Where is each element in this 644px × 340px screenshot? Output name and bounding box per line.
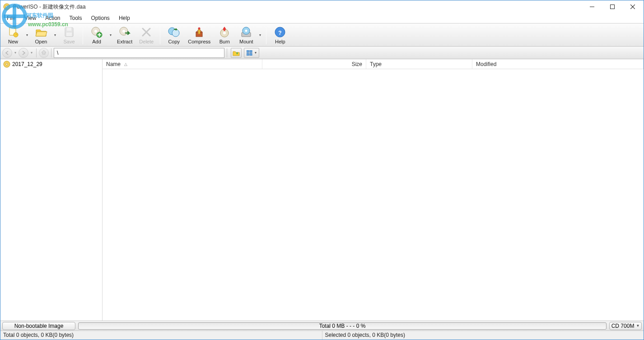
svg-point-1 bbox=[6, 6, 8, 8]
window-title: PowerISO - 新建映像文件.daa bbox=[13, 3, 582, 11]
nav-back-dropdown[interactable]: ▾ bbox=[13, 51, 18, 55]
new-icon bbox=[7, 26, 19, 38]
menu-file[interactable]: File bbox=[2, 14, 20, 22]
menu-view[interactable]: View bbox=[20, 14, 41, 22]
svg-rect-14 bbox=[66, 33, 72, 36]
minimize-button[interactable] bbox=[582, 0, 602, 13]
menu-action[interactable]: Action bbox=[41, 14, 65, 22]
disc-icon bbox=[3, 61, 10, 68]
list-body[interactable] bbox=[103, 69, 644, 321]
nav-separator bbox=[51, 48, 51, 57]
list-header: Name△ Size Type Modified bbox=[103, 59, 644, 69]
svg-rect-36 bbox=[247, 50, 249, 52]
menu-help[interactable]: Help bbox=[114, 14, 135, 22]
svg-point-25 bbox=[172, 29, 179, 37]
delete-button[interactable]: Delete bbox=[135, 24, 157, 46]
help-label: Help bbox=[275, 39, 285, 44]
burn-label: Burn bbox=[219, 39, 230, 44]
disc-size-label: CD 700M bbox=[611, 323, 635, 329]
compress-label: Compress bbox=[188, 39, 210, 44]
new-label: New bbox=[8, 39, 18, 44]
svg-rect-3 bbox=[610, 5, 614, 9]
copy-button[interactable]: Copy bbox=[163, 24, 185, 46]
save-button[interactable]: Save bbox=[58, 24, 80, 46]
svg-rect-38 bbox=[247, 53, 249, 56]
mount-icon bbox=[240, 26, 252, 38]
svg-point-21 bbox=[122, 30, 125, 33]
nav-forward-button[interactable] bbox=[19, 48, 28, 58]
mount-button[interactable]: Mount bbox=[235, 24, 257, 46]
add-dropdown[interactable]: ▾ bbox=[107, 24, 114, 46]
progress-text: Total 0 MB - - - 0 % bbox=[319, 323, 366, 329]
column-type-label: Type bbox=[370, 61, 382, 67]
toolbar-separator bbox=[266, 25, 266, 44]
boot-status-label: Non-bootable Image bbox=[14, 323, 64, 329]
add-button[interactable]: Add bbox=[86, 24, 107, 46]
burn-button[interactable]: Burn bbox=[214, 24, 235, 46]
menu-options[interactable]: Options bbox=[87, 14, 114, 22]
open-button[interactable]: Open bbox=[30, 24, 52, 46]
tree-panel[interactable]: 2017_12_29 bbox=[0, 59, 103, 321]
mount-label: Mount bbox=[239, 39, 253, 44]
column-modified[interactable]: Modified bbox=[472, 59, 644, 69]
help-button[interactable]: ? Help bbox=[269, 24, 291, 46]
svg-point-30 bbox=[223, 32, 226, 34]
nav-forward-dropdown[interactable]: ▾ bbox=[29, 51, 34, 55]
nav-separator bbox=[36, 48, 37, 57]
open-label: Open bbox=[35, 39, 47, 44]
svg-text:?: ? bbox=[279, 30, 282, 36]
chevron-down-icon: ▼ bbox=[636, 324, 639, 328]
new-button[interactable]: New bbox=[2, 24, 24, 46]
svg-point-41 bbox=[6, 63, 8, 65]
nav-separator bbox=[227, 48, 227, 57]
add-icon bbox=[90, 26, 103, 38]
column-name[interactable]: Name△ bbox=[103, 59, 262, 69]
titlebar: PowerISO - 新建映像文件.daa bbox=[0, 0, 644, 13]
path-input[interactable] bbox=[54, 48, 224, 58]
app-icon bbox=[3, 3, 10, 10]
nav-up-button[interactable] bbox=[39, 48, 49, 58]
open-icon bbox=[35, 26, 47, 38]
extract-button[interactable]: Extract bbox=[114, 24, 135, 46]
toolbar: New ▾ Open ▾ Save Add ▾ Extract Delete C… bbox=[0, 23, 644, 47]
toolbar-separator bbox=[160, 25, 160, 44]
compress-icon bbox=[193, 26, 205, 38]
disc-size-selector[interactable]: CD 700M▼ bbox=[609, 322, 642, 330]
svg-point-16 bbox=[94, 30, 97, 33]
compress-button[interactable]: Compress bbox=[185, 24, 214, 46]
delete-label: Delete bbox=[139, 39, 154, 44]
delete-icon bbox=[140, 26, 153, 38]
maximize-button[interactable] bbox=[602, 0, 622, 13]
copy-icon bbox=[168, 26, 180, 38]
save-icon bbox=[63, 26, 75, 38]
nav-back-button[interactable] bbox=[2, 48, 12, 58]
nav-view-button[interactable]: ▾ bbox=[244, 48, 259, 58]
progress-row: Non-bootable Image Total 0 MB - - - 0 % … bbox=[0, 321, 644, 331]
column-size[interactable]: Size bbox=[262, 59, 366, 69]
boot-status-button[interactable]: Non-bootable Image bbox=[2, 322, 75, 330]
mount-dropdown[interactable]: ▾ bbox=[257, 24, 263, 46]
add-label: Add bbox=[92, 39, 101, 44]
status-total: Total 0 objects, 0 KB(0 bytes) bbox=[0, 331, 322, 340]
close-button[interactable] bbox=[622, 0, 643, 13]
menubar: File View Action Tools Options Help bbox=[0, 13, 644, 23]
statusbar: Total 0 objects, 0 KB(0 bytes) Selected … bbox=[0, 331, 644, 340]
extract-label: Extract bbox=[117, 39, 132, 44]
tree-root-item[interactable]: 2017_12_29 bbox=[1, 60, 101, 68]
column-type[interactable]: Type bbox=[366, 59, 472, 69]
list-panel: Name△ Size Type Modified bbox=[103, 59, 644, 321]
column-size-label: Size bbox=[352, 61, 362, 67]
column-name-label: Name bbox=[106, 61, 121, 67]
svg-point-28 bbox=[198, 27, 201, 29]
column-modified-label: Modified bbox=[476, 61, 496, 67]
sort-asc-icon: △ bbox=[124, 62, 127, 66]
open-dropdown[interactable]: ▾ bbox=[52, 24, 58, 46]
status-selected: Selected 0 objects, 0 KB(0 bytes) bbox=[322, 331, 644, 340]
copy-label: Copy bbox=[168, 39, 180, 44]
menu-tools[interactable]: Tools bbox=[65, 14, 87, 22]
nav-folder-up-button[interactable] bbox=[231, 48, 242, 58]
navbar: ▾ ▾ ▾ bbox=[0, 47, 644, 59]
new-dropdown[interactable]: ▾ bbox=[24, 24, 30, 46]
svg-rect-39 bbox=[250, 53, 252, 56]
svg-rect-37 bbox=[250, 50, 252, 52]
